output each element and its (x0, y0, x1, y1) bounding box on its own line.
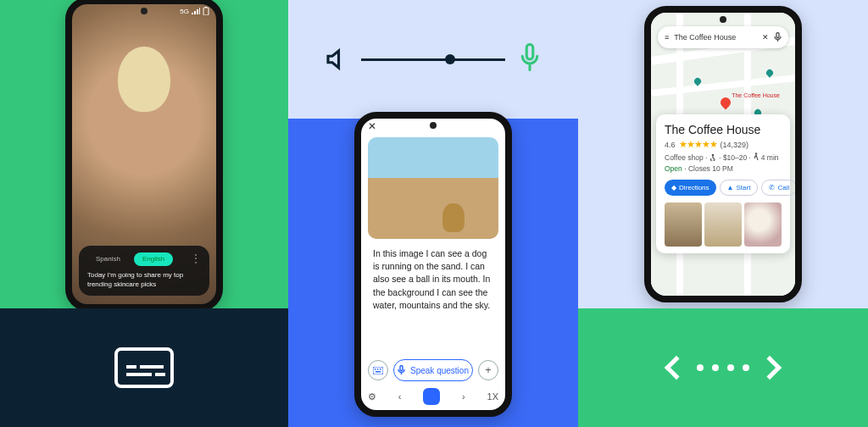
phone-camera-dot (720, 16, 726, 23)
tile-caption-glyph (0, 308, 288, 427)
map-pin[interactable] (718, 96, 732, 110)
menu-icon[interactable]: ≡ (665, 33, 669, 42)
nav-prev[interactable]: ‹ (398, 391, 402, 402)
volume-slider[interactable] (361, 58, 505, 61)
tile-carousel (578, 308, 868, 427)
carousel-dot[interactable] (712, 364, 719, 371)
speak-question-button[interactable]: Speak question (393, 359, 473, 381)
search-value: The Coffee House (674, 33, 757, 42)
place-card: The Coffee House 4.6 ★★★★★ (14,329) Coff… (656, 114, 790, 253)
signal-icon (192, 8, 200, 14)
directions-button[interactable]: ◆ Directions (665, 180, 716, 196)
place-photo[interactable] (665, 202, 702, 247)
svg-rect-5 (377, 369, 379, 370)
svg-rect-2 (526, 45, 533, 60)
language-switcher: Spanish English ⋮ (87, 252, 201, 266)
keyboard-icon (373, 367, 383, 374)
nav-next[interactable]: › (462, 391, 465, 402)
status-5g: 5G (180, 8, 189, 15)
map-pin-label: The Coffee House (732, 92, 780, 98)
lang-spanish[interactable]: Spanish (87, 252, 129, 266)
walk-icon (753, 152, 759, 161)
svg-point-11 (755, 152, 757, 154)
svg-rect-8 (400, 366, 403, 371)
caption-overlay: Spanish English ⋮ Today I'm going to sha… (79, 246, 209, 296)
chevron-right-icon[interactable] (758, 356, 782, 380)
clear-icon[interactable]: ✕ (762, 33, 769, 42)
nav-home[interactable] (423, 388, 440, 405)
phone-camera-dot (430, 122, 437, 129)
maps-search-bar[interactable]: ≡ The Coffee House ✕ (658, 26, 788, 48)
svg-rect-6 (380, 369, 381, 370)
more-action-button[interactable]: Direct (800, 180, 802, 196)
nav-rate: 1X (487, 391, 498, 402)
carousel-dot[interactable] (697, 364, 704, 371)
more-icon[interactable]: ⋮ (191, 252, 201, 266)
svg-rect-1 (205, 7, 207, 8)
tile-maps-phone: The Coffee House ≡ The Coffee House ✕ Th… (578, 0, 868, 308)
close-icon[interactable]: ✕ (368, 120, 376, 132)
described-image (368, 137, 498, 239)
add-button[interactable]: + (478, 360, 498, 380)
settings-icon[interactable]: ⚙ (368, 391, 376, 402)
mic-small-icon (398, 365, 405, 375)
phone-maps: The Coffee House ≡ The Coffee House ✕ Th… (644, 6, 802, 302)
place-rating: 4.6 ★★★★★ (14,329) (665, 139, 782, 150)
carousel-dot[interactable] (727, 364, 734, 371)
tile-volume (288, 0, 578, 119)
place-meta: Coffee shop · · $10–20 · 4 min (665, 152, 782, 162)
speaker-icon (324, 47, 349, 72)
lang-english[interactable]: English (134, 252, 173, 266)
place-actions: ◆ Directions ▲ Start ✆ Call Direct (665, 180, 782, 196)
place-photo[interactable] (744, 202, 782, 247)
svg-rect-0 (203, 8, 209, 15)
phone-lookout: ✕ In this image I can see a dog is runni… (354, 112, 512, 417)
place-photo[interactable] (704, 202, 742, 247)
image-description: In this image I can see a dog is running… (373, 247, 493, 312)
svg-rect-9 (776, 33, 779, 38)
phone-camera-dot (141, 8, 147, 14)
svg-rect-4 (375, 369, 376, 370)
caption-icon (114, 347, 174, 388)
place-photos (665, 202, 782, 247)
microphone-icon (517, 43, 542, 75)
svg-point-10 (711, 154, 714, 157)
carousel-dot[interactable] (743, 364, 749, 371)
call-button[interactable]: ✆ Call (761, 180, 797, 196)
stars-icon: ★★★★★ (679, 139, 717, 150)
chevron-left-icon[interactable] (665, 356, 688, 380)
battery-icon (203, 7, 209, 15)
start-button[interactable]: ▲ Start (720, 180, 759, 196)
place-hours: Open · Closes 10 PM (665, 164, 782, 173)
phone-live-caption: 5G Spanish English ⋮ Today I'm going to … (65, 0, 223, 311)
phone-bottom-nav: ⚙ ‹ › 1X (368, 388, 498, 405)
mic-icon[interactable] (774, 32, 782, 42)
svg-rect-3 (373, 367, 383, 374)
keyboard-button[interactable] (368, 360, 388, 380)
status-bar: 5G (180, 7, 209, 15)
carousel-dots (697, 364, 749, 371)
svg-rect-7 (376, 371, 381, 373)
tile-caption-phone: 5G Spanish English ⋮ Today I'm going to … (0, 0, 288, 308)
tile-image-describe-phone: ✕ In this image I can see a dog is runni… (288, 119, 578, 427)
wheelchair-icon (709, 153, 717, 161)
caption-text: Today I'm going to share my top trending… (87, 271, 201, 289)
place-title: The Coffee House (665, 123, 782, 136)
